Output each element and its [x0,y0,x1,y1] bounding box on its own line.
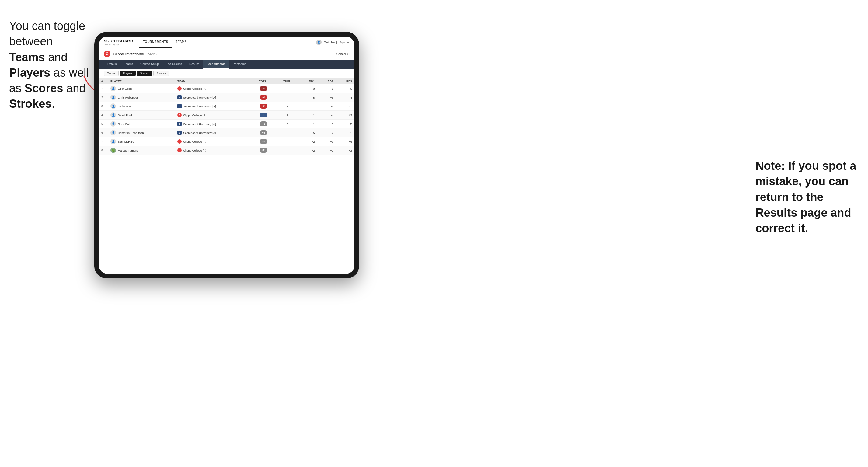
team-logo-red: C [177,113,182,117]
strokes-bold: Strokes [9,97,52,110]
team-logo-red: C [177,148,182,152]
table-row: 2 👤 Chris Robertson S Scoreboard Univers… [99,93,354,102]
tournament-name: Clippd Invitational (Men) [113,52,157,56]
tab-tee-groups[interactable]: Tee Groups [162,60,186,69]
player-cell: 👤 Cameron Robertson [108,128,175,137]
toggle-strokes[interactable]: Strokes [153,70,169,76]
table-row: 5 👤 Rees Britt S Scoreboard University [… [99,120,354,128]
rd1-cell: +1 [299,120,317,128]
col-rd1: RD1 [299,78,317,84]
tab-results[interactable]: Results [186,60,203,69]
team-logo-dark: S [177,104,182,108]
rd1-cell: +5 [299,128,317,137]
team-logo-red: C [177,139,182,144]
cancel-button[interactable]: Cancel ✕ [337,52,349,56]
team-logo-dark: S [177,122,182,126]
tournament-title-row: C Clippd Invitational (Men) [104,51,157,57]
tab-details[interactable]: Details [104,60,121,69]
logo-sub: Powered by clippd [104,43,133,45]
team-logo-dark: S [177,95,182,99]
player-avatar: 👤 [111,95,116,100]
rd2-cell: +1 [317,137,336,146]
player-cell: 👤 Elliot Ebert [108,84,175,93]
tab-course-setup[interactable]: Course Setup [136,60,162,69]
header-row: # PLAYER TEAM TOTAL THRU RD1 RD2 RD3 [99,78,354,84]
leaderboard-table: # PLAYER TEAM TOTAL THRU RD1 RD2 RD3 1 [99,78,354,274]
tablet-frame: SCOREBOARD Powered by clippd TOURNAMENTS… [94,32,359,278]
rd3-cell: +2 [336,146,354,155]
player-avatar: 👤 [111,139,116,144]
thru-cell: F [276,120,299,128]
team-cell: C Clippd College [A] [175,111,251,120]
tab-teams[interactable]: Teams [121,60,136,69]
tablet-screen: SCOREBOARD Powered by clippd TOURNAMENTS… [99,36,354,274]
toggle-scores[interactable]: Scores [137,70,152,76]
player-avatar: 👤 [111,130,116,135]
players-table: # PLAYER TEAM TOTAL THRU RD1 RD2 RD3 1 [99,78,354,155]
total-cell: E [251,111,276,120]
rd1-cell: +2 [299,137,317,146]
table-row: 8 🌿 Marcus Turners C Clippd College [A] … [99,146,354,155]
logo-text: SCOREBOARD [104,39,133,43]
total-cell: +1 [251,120,276,128]
player-cell: 👤 Blair McHarg [108,137,175,146]
table-header: # PLAYER TEAM TOTAL THRU RD1 RD2 RD3 [99,78,354,84]
thru-cell: F [276,93,299,102]
player-cell: 🌿 Marcus Turners [108,146,175,155]
team-logo-red: C [177,86,182,91]
rd1-cell: -5 [299,93,317,102]
table-row: 4 👤 David Ford C Clippd College [A] E F … [99,111,354,120]
thru-cell: F [276,102,299,111]
left-annotation: You can toggle between Teams and Players… [9,18,91,112]
sign-out-link[interactable]: Sign out [340,41,349,44]
total-cell: +6 [251,128,276,137]
logo-area: SCOREBOARD Powered by clippd [104,39,133,45]
rd1-cell: +1 [299,102,317,111]
team-cell: S Scoreboard University [A] [175,120,251,128]
player-cell: 👤 David Ford [108,111,175,120]
nav-tournaments[interactable]: TOURNAMENTS [140,36,172,48]
rank-cell: 3 [99,102,108,111]
rank-cell: 8 [99,146,108,155]
player-cell: 👤 Rich Butler [108,102,175,111]
rd2-cell: +5 [317,93,336,102]
rd2-cell: -2 [317,102,336,111]
thru-cell: F [276,84,299,93]
top-nav: SCOREBOARD Powered by clippd TOURNAMENTS… [99,36,354,48]
player-cell: 👤 Chris Robertson [108,93,175,102]
team-cell: S Scoreboard University [A] [175,93,251,102]
thru-cell: F [276,146,299,155]
table-row: 3 👤 Rich Butler S Scoreboard University … [99,102,354,111]
player-avatar: 👤 [111,112,116,118]
thru-cell: F [276,111,299,120]
team-cell: S Scoreboard University [A] [175,102,251,111]
player-avatar: 👤 [111,86,116,91]
rd2-cell: +2 [317,128,336,137]
rd1-cell: +2 [299,146,317,155]
nav-teams[interactable]: TEAMS [172,36,190,48]
total-cell: +8 [251,137,276,146]
col-team: TEAM [175,78,251,84]
tab-leaderboards[interactable]: Leaderboards [203,60,229,69]
table-row: 1 👤 Elliot Ebert C Clippd College [A] -8… [99,84,354,93]
nav-links: TOURNAMENTS TEAMS [140,36,316,48]
rd3-cell: +3 [336,111,354,120]
rd2-cell: -6 [317,84,336,93]
sub-nav: Details Teams Course Setup Tee Groups Re… [99,60,354,69]
rd3-cell: -1 [336,128,354,137]
rd2-cell: -4 [317,111,336,120]
player-cell: 👤 Rees Britt [108,120,175,128]
total-cell: -8 [251,84,276,93]
player-avatar: 🌿 [111,148,116,153]
thru-cell: F [276,128,299,137]
toggle-teams[interactable]: Teams [104,70,119,76]
tab-printables[interactable]: Printables [229,60,250,69]
toggle-players[interactable]: Players [120,70,136,76]
rank-cell: 5 [99,120,108,128]
players-bold: Players [9,66,50,79]
col-rd2: RD2 [317,78,336,84]
rd3-cell: -4 [336,93,354,102]
rd3-cell: -1 [336,102,354,111]
team-cell: C Clippd College [A] [175,146,251,155]
rank-cell: 7 [99,137,108,146]
